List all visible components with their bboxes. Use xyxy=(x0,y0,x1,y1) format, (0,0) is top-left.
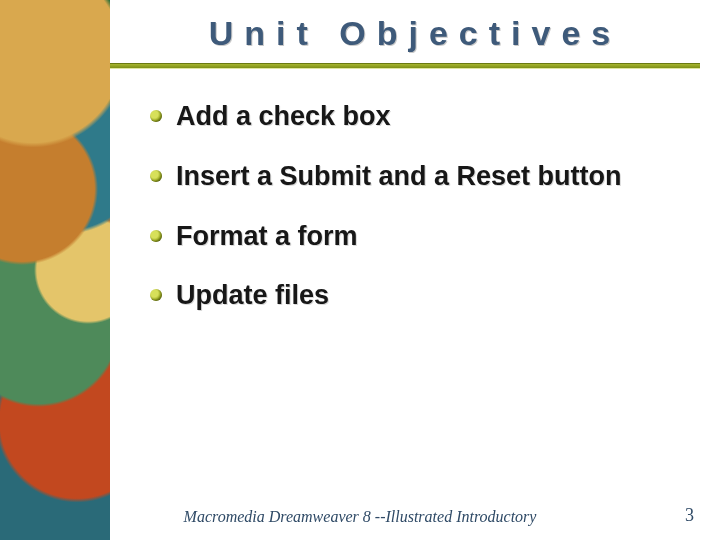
bullet-icon xyxy=(150,110,162,122)
decorative-sidebar-art xyxy=(0,0,110,540)
list-item: Update files xyxy=(150,279,680,313)
footer-text: Macromedia Dreamweaver 8 --Illustrated I… xyxy=(0,508,720,526)
objective-text: Update files xyxy=(176,280,329,310)
slide: Unit Objectives Add a check box Insert a… xyxy=(0,0,720,540)
page-number: 3 xyxy=(685,505,694,526)
objective-text: Add a check box xyxy=(176,101,391,131)
objective-text: Format a form xyxy=(176,221,358,251)
slide-title: Unit Objectives xyxy=(209,8,622,63)
bullet-icon xyxy=(150,170,162,182)
objective-text: Insert a Submit and a Reset button xyxy=(176,161,622,191)
list-item: Insert a Submit and a Reset button xyxy=(150,160,680,194)
objectives-list: Add a check box Insert a Submit and a Re… xyxy=(150,100,680,339)
title-area: Unit Objectives xyxy=(110,8,720,63)
list-item: Format a form xyxy=(150,220,680,254)
list-item: Add a check box xyxy=(150,100,680,134)
title-underline xyxy=(110,63,700,69)
bullet-icon xyxy=(150,289,162,301)
bullet-icon xyxy=(150,230,162,242)
